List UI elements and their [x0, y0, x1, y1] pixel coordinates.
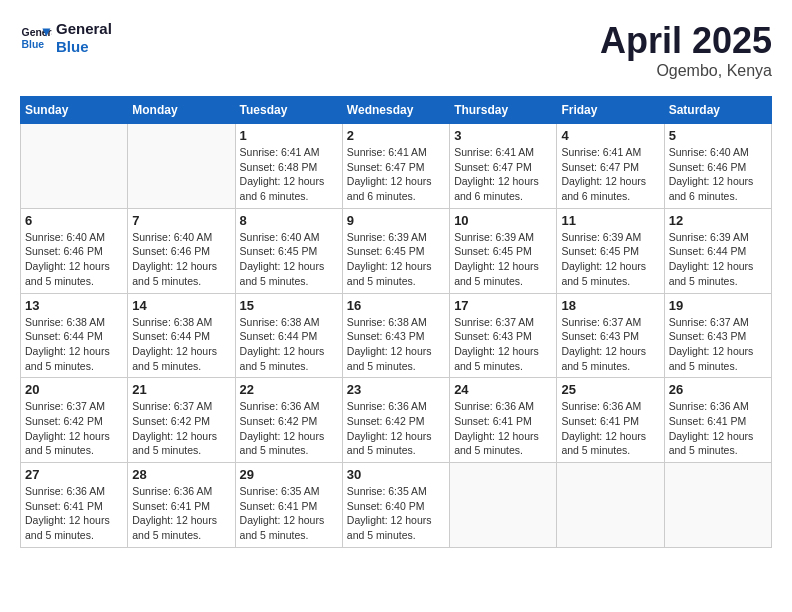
weekday-header-sunday: Sunday [21, 97, 128, 124]
calendar-cell: 25Sunrise: 6:36 AM Sunset: 6:41 PM Dayli… [557, 378, 664, 463]
page-header: General Blue General Blue April 2025 Oge… [20, 20, 772, 80]
calendar-cell: 5Sunrise: 6:40 AM Sunset: 6:46 PM Daylig… [664, 124, 771, 209]
calendar-cell [21, 124, 128, 209]
calendar-cell: 26Sunrise: 6:36 AM Sunset: 6:41 PM Dayli… [664, 378, 771, 463]
day-number: 4 [561, 128, 659, 143]
logo-icon: General Blue [20, 22, 52, 54]
logo-text-general: General [56, 20, 112, 38]
calendar-week-row: 27Sunrise: 6:36 AM Sunset: 6:41 PM Dayli… [21, 463, 772, 548]
day-number: 19 [669, 298, 767, 313]
day-info: Sunrise: 6:36 AM Sunset: 6:41 PM Dayligh… [561, 399, 659, 458]
day-info: Sunrise: 6:35 AM Sunset: 6:41 PM Dayligh… [240, 484, 338, 543]
day-number: 22 [240, 382, 338, 397]
calendar-cell [664, 463, 771, 548]
day-info: Sunrise: 6:41 AM Sunset: 6:47 PM Dayligh… [454, 145, 552, 204]
calendar-cell: 30Sunrise: 6:35 AM Sunset: 6:40 PM Dayli… [342, 463, 449, 548]
calendar-cell: 24Sunrise: 6:36 AM Sunset: 6:41 PM Dayli… [450, 378, 557, 463]
day-info: Sunrise: 6:40 AM Sunset: 6:46 PM Dayligh… [669, 145, 767, 204]
calendar-week-row: 6Sunrise: 6:40 AM Sunset: 6:46 PM Daylig… [21, 208, 772, 293]
day-number: 13 [25, 298, 123, 313]
calendar-header-row: SundayMondayTuesdayWednesdayThursdayFrid… [21, 97, 772, 124]
day-number: 23 [347, 382, 445, 397]
calendar-cell: 1Sunrise: 6:41 AM Sunset: 6:48 PM Daylig… [235, 124, 342, 209]
logo: General Blue General Blue [20, 20, 112, 56]
day-info: Sunrise: 6:38 AM Sunset: 6:44 PM Dayligh… [132, 315, 230, 374]
weekday-header-wednesday: Wednesday [342, 97, 449, 124]
day-info: Sunrise: 6:41 AM Sunset: 6:47 PM Dayligh… [347, 145, 445, 204]
calendar-cell: 6Sunrise: 6:40 AM Sunset: 6:46 PM Daylig… [21, 208, 128, 293]
day-info: Sunrise: 6:41 AM Sunset: 6:47 PM Dayligh… [561, 145, 659, 204]
calendar-cell: 4Sunrise: 6:41 AM Sunset: 6:47 PM Daylig… [557, 124, 664, 209]
weekday-header-saturday: Saturday [664, 97, 771, 124]
day-info: Sunrise: 6:36 AM Sunset: 6:42 PM Dayligh… [240, 399, 338, 458]
day-number: 5 [669, 128, 767, 143]
calendar-week-row: 1Sunrise: 6:41 AM Sunset: 6:48 PM Daylig… [21, 124, 772, 209]
calendar-cell: 17Sunrise: 6:37 AM Sunset: 6:43 PM Dayli… [450, 293, 557, 378]
day-number: 26 [669, 382, 767, 397]
day-info: Sunrise: 6:39 AM Sunset: 6:45 PM Dayligh… [347, 230, 445, 289]
weekday-header-monday: Monday [128, 97, 235, 124]
calendar-cell: 15Sunrise: 6:38 AM Sunset: 6:44 PM Dayli… [235, 293, 342, 378]
day-info: Sunrise: 6:38 AM Sunset: 6:44 PM Dayligh… [240, 315, 338, 374]
day-number: 15 [240, 298, 338, 313]
day-number: 27 [25, 467, 123, 482]
day-number: 20 [25, 382, 123, 397]
day-number: 21 [132, 382, 230, 397]
day-info: Sunrise: 6:36 AM Sunset: 6:41 PM Dayligh… [25, 484, 123, 543]
day-info: Sunrise: 6:38 AM Sunset: 6:44 PM Dayligh… [25, 315, 123, 374]
day-info: Sunrise: 6:39 AM Sunset: 6:45 PM Dayligh… [561, 230, 659, 289]
calendar-cell: 29Sunrise: 6:35 AM Sunset: 6:41 PM Dayli… [235, 463, 342, 548]
title-block: April 2025 Ogembo, Kenya [600, 20, 772, 80]
day-number: 12 [669, 213, 767, 228]
day-number: 3 [454, 128, 552, 143]
day-number: 16 [347, 298, 445, 313]
day-number: 30 [347, 467, 445, 482]
day-number: 17 [454, 298, 552, 313]
day-number: 24 [454, 382, 552, 397]
calendar-cell: 27Sunrise: 6:36 AM Sunset: 6:41 PM Dayli… [21, 463, 128, 548]
day-info: Sunrise: 6:40 AM Sunset: 6:46 PM Dayligh… [25, 230, 123, 289]
weekday-header-tuesday: Tuesday [235, 97, 342, 124]
day-info: Sunrise: 6:37 AM Sunset: 6:43 PM Dayligh… [669, 315, 767, 374]
day-info: Sunrise: 6:36 AM Sunset: 6:41 PM Dayligh… [454, 399, 552, 458]
day-info: Sunrise: 6:37 AM Sunset: 6:42 PM Dayligh… [25, 399, 123, 458]
logo-text-blue: Blue [56, 38, 112, 56]
calendar-cell [128, 124, 235, 209]
weekday-header-friday: Friday [557, 97, 664, 124]
day-number: 10 [454, 213, 552, 228]
calendar-cell: 20Sunrise: 6:37 AM Sunset: 6:42 PM Dayli… [21, 378, 128, 463]
day-number: 25 [561, 382, 659, 397]
calendar-cell: 9Sunrise: 6:39 AM Sunset: 6:45 PM Daylig… [342, 208, 449, 293]
calendar-cell: 11Sunrise: 6:39 AM Sunset: 6:45 PM Dayli… [557, 208, 664, 293]
day-number: 2 [347, 128, 445, 143]
day-number: 8 [240, 213, 338, 228]
calendar-cell: 2Sunrise: 6:41 AM Sunset: 6:47 PM Daylig… [342, 124, 449, 209]
day-info: Sunrise: 6:41 AM Sunset: 6:48 PM Dayligh… [240, 145, 338, 204]
calendar-cell: 14Sunrise: 6:38 AM Sunset: 6:44 PM Dayli… [128, 293, 235, 378]
day-number: 28 [132, 467, 230, 482]
day-info: Sunrise: 6:36 AM Sunset: 6:41 PM Dayligh… [669, 399, 767, 458]
calendar-cell: 18Sunrise: 6:37 AM Sunset: 6:43 PM Dayli… [557, 293, 664, 378]
day-number: 7 [132, 213, 230, 228]
month-title: April 2025 [600, 20, 772, 62]
calendar-cell: 16Sunrise: 6:38 AM Sunset: 6:43 PM Dayli… [342, 293, 449, 378]
day-info: Sunrise: 6:37 AM Sunset: 6:43 PM Dayligh… [561, 315, 659, 374]
calendar-cell: 21Sunrise: 6:37 AM Sunset: 6:42 PM Dayli… [128, 378, 235, 463]
day-info: Sunrise: 6:40 AM Sunset: 6:45 PM Dayligh… [240, 230, 338, 289]
calendar-week-row: 20Sunrise: 6:37 AM Sunset: 6:42 PM Dayli… [21, 378, 772, 463]
day-info: Sunrise: 6:40 AM Sunset: 6:46 PM Dayligh… [132, 230, 230, 289]
calendar-cell: 13Sunrise: 6:38 AM Sunset: 6:44 PM Dayli… [21, 293, 128, 378]
day-number: 1 [240, 128, 338, 143]
day-info: Sunrise: 6:37 AM Sunset: 6:42 PM Dayligh… [132, 399, 230, 458]
calendar-cell: 22Sunrise: 6:36 AM Sunset: 6:42 PM Dayli… [235, 378, 342, 463]
calendar-cell: 19Sunrise: 6:37 AM Sunset: 6:43 PM Dayli… [664, 293, 771, 378]
day-info: Sunrise: 6:36 AM Sunset: 6:42 PM Dayligh… [347, 399, 445, 458]
calendar-cell: 23Sunrise: 6:36 AM Sunset: 6:42 PM Dayli… [342, 378, 449, 463]
location: Ogembo, Kenya [600, 62, 772, 80]
day-number: 14 [132, 298, 230, 313]
calendar-cell [450, 463, 557, 548]
calendar-cell: 12Sunrise: 6:39 AM Sunset: 6:44 PM Dayli… [664, 208, 771, 293]
day-info: Sunrise: 6:38 AM Sunset: 6:43 PM Dayligh… [347, 315, 445, 374]
day-number: 9 [347, 213, 445, 228]
calendar-week-row: 13Sunrise: 6:38 AM Sunset: 6:44 PM Dayli… [21, 293, 772, 378]
